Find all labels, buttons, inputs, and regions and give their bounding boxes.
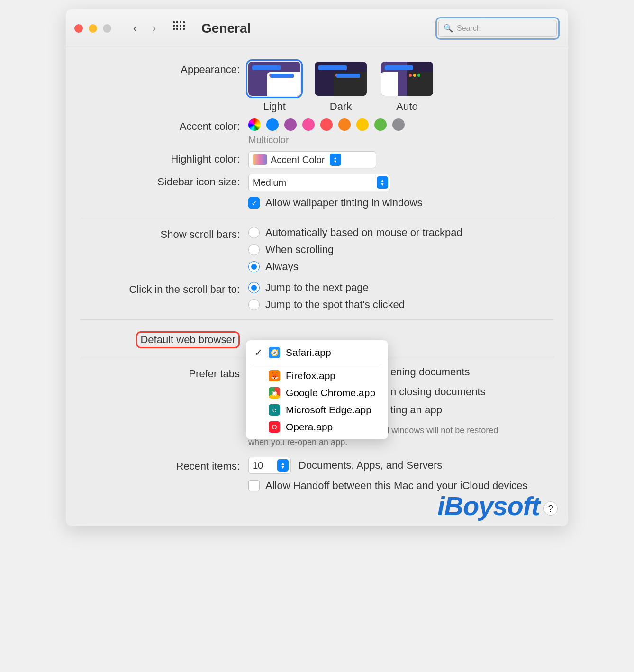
accent-subtext: Multicolor — [248, 135, 554, 145]
search-highlight: 🔍 Search — [435, 17, 560, 40]
menu-item-firefox[interactable]: 🦊 Firefox.app — [246, 367, 388, 384]
page-title: General — [201, 21, 251, 36]
edge-icon: e — [269, 404, 280, 416]
back-button[interactable]: ‹ — [126, 19, 145, 38]
click-scroll-label: Click in the scroll bar to: — [80, 282, 248, 296]
forward-button: › — [145, 19, 163, 38]
accent-red[interactable] — [320, 118, 333, 131]
checkmark-icon: ✓ — [254, 347, 263, 358]
menu-item-opera[interactable]: O Opera.app — [246, 418, 388, 436]
accent-swatches — [248, 118, 554, 131]
opera-icon: O — [269, 421, 280, 433]
scroll-option-auto[interactable]: Automatically based on mouse or trackpad — [248, 227, 554, 239]
accent-green[interactable] — [374, 118, 387, 131]
separator — [80, 319, 554, 320]
show-all-icon[interactable] — [173, 21, 187, 36]
accent-graphite[interactable] — [392, 118, 405, 131]
accent-pink[interactable] — [302, 118, 315, 131]
highlight-swatch-icon — [253, 154, 267, 165]
titlebar: ‹ › General 🔍 Search — [66, 9, 568, 47]
scrollbars-label: Show scroll bars: — [80, 227, 248, 241]
default-browser-label-highlight: Default web browser — [136, 331, 240, 348]
chevron-updown-icon: ▲▼ — [330, 154, 341, 166]
default-browser-menu: ✓ 🧭 Safari.app 🦊 Firefox.app ◉ Google Ch… — [246, 340, 388, 439]
separator — [80, 218, 554, 218]
firefox-icon: 🦊 — [269, 370, 280, 381]
highlight-label: Highlight color: — [80, 151, 248, 165]
content: Appearance: Light Dark Auto — [66, 47, 568, 526]
zoom-icon — [103, 24, 111, 33]
recent-items-select[interactable]: 10 ▲▼ — [248, 457, 291, 474]
checkbox-on-icon: ✓ — [248, 197, 260, 209]
watermark: iBoysoft — [437, 490, 540, 521]
search-placeholder: Search — [457, 24, 481, 33]
chevron-updown-icon: ▲▼ — [277, 459, 289, 472]
search-input[interactable]: 🔍 Search — [438, 20, 557, 37]
menu-item-chrome[interactable]: ◉ Google Chrome.app — [246, 384, 388, 401]
preferences-window: ‹ › General 🔍 Search Appearance: Light — [66, 9, 568, 526]
accent-blue[interactable] — [266, 118, 279, 131]
safari-icon: 🧭 — [269, 347, 280, 358]
checkbox-off-icon — [248, 480, 260, 491]
highlight-select[interactable]: Accent Color ▲▼ — [248, 151, 376, 168]
search-icon: 🔍 — [444, 24, 453, 33]
scroll-option-always[interactable]: Always — [248, 261, 554, 273]
minimize-icon[interactable] — [89, 24, 97, 33]
prefer-tabs-label: Prefer tabs — [80, 366, 248, 380]
appearance-option-dark[interactable]: Dark — [315, 62, 367, 113]
accent-label: Accent color: — [80, 118, 248, 133]
accent-orange[interactable] — [338, 118, 351, 131]
appearance-option-auto[interactable]: Auto — [381, 62, 433, 113]
sidebar-size-label: Sidebar icon size: — [80, 174, 248, 188]
chevron-updown-icon: ▲▼ — [377, 176, 388, 189]
appearance-label: Appearance: — [80, 62, 248, 76]
recent-items-label: Recent items: — [80, 458, 248, 472]
menu-item-safari[interactable]: ✓ 🧭 Safari.app — [246, 344, 388, 361]
recent-items-suffix: Documents, Apps, and Servers — [299, 459, 442, 472]
window-controls — [74, 24, 111, 33]
wallpaper-tint-checkbox[interactable]: ✓ Allow wallpaper tinting in windows — [248, 197, 554, 209]
menu-item-edge[interactable]: e Microsoft Edge.app — [246, 401, 388, 418]
click-scroll-next-page[interactable]: Jump to the next page — [248, 282, 554, 294]
click-scroll-spot[interactable]: Jump to the spot that's clicked — [248, 299, 554, 311]
scroll-option-scrolling[interactable]: When scrolling — [248, 244, 554, 256]
menu-separator — [253, 364, 381, 364]
chrome-icon: ◉ — [269, 387, 280, 399]
accent-purple[interactable] — [284, 118, 297, 131]
accent-yellow[interactable] — [356, 118, 369, 131]
close-icon[interactable] — [74, 24, 83, 33]
appearance-option-light[interactable]: Light — [248, 62, 300, 113]
sidebar-size-select[interactable]: Medium ▲▼ — [248, 174, 390, 191]
accent-multicolor[interactable] — [248, 118, 261, 131]
